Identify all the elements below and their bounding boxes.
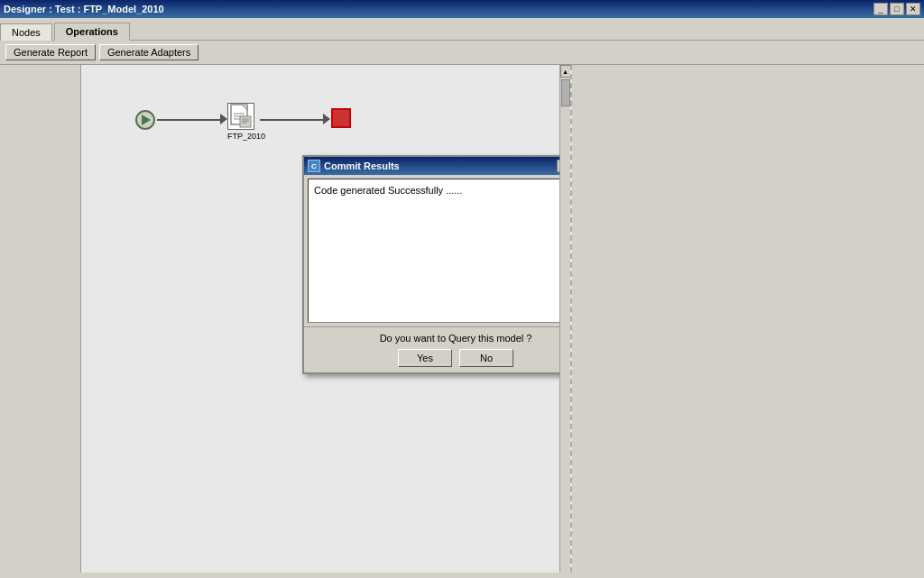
tab-nodes[interactable]: Nodes — [0, 23, 52, 41]
svg-rect-5 — [240, 116, 251, 127]
restore-button[interactable]: □ — [890, 3, 904, 15]
commit-results-dialog: C Commit Results _ □ ✕ Code generated Su… — [302, 155, 572, 374]
ftp-node-svg — [229, 104, 253, 129]
scroll-thumb[interactable] — [561, 79, 570, 106]
node-start[interactable] — [135, 110, 155, 130]
dialog-title-bar: C Commit Results _ □ ✕ — [304, 157, 572, 175]
title-bar: Designer : Test : FTP_Model_2010 _ □ ✕ — [0, 0, 924, 18]
ftp-label: FTP_2010 — [227, 132, 265, 141]
generate-report-button[interactable]: Generate Report — [5, 44, 96, 60]
window-controls: _ □ ✕ — [873, 3, 920, 15]
yes-button[interactable]: Yes — [398, 349, 452, 367]
node-end[interactable] — [331, 108, 351, 128]
dialog-title-text: C Commit Results — [308, 160, 400, 172]
dialog-query-text: Do you want to Query this model ? — [308, 333, 572, 344]
generate-adapters-button[interactable]: Generate Adapters — [99, 44, 199, 60]
arrow-start-to-ftp — [157, 119, 222, 121]
right-panel — [572, 65, 924, 573]
dialog-buttons: Yes No — [308, 349, 572, 367]
window-title: Designer : Test : FTP_Model_2010 — [4, 4, 164, 14]
dialog-content: Code generated Successfully ...... — [308, 179, 572, 323]
scroll-up-arrow[interactable]: ▲ — [560, 65, 571, 78]
start-icon — [142, 115, 151, 125]
ftp-icon — [227, 103, 254, 130]
canvas-scrollbar: ▲ — [559, 65, 570, 573]
left-panel — [0, 65, 81, 573]
dialog-title-icon: C — [308, 160, 320, 172]
node-ftp[interactable]: FTP_2010 — [227, 103, 265, 141]
no-button[interactable]: No — [459, 349, 513, 367]
tab-bar: Nodes Operations — [0, 18, 924, 41]
canvas-area: FTP_2010 C Commit Results _ □ ✕ — [81, 65, 572, 573]
close-button[interactable]: ✕ — [906, 3, 920, 15]
main-area: FTP_2010 C Commit Results _ □ ✕ — [0, 65, 924, 573]
toolbar: Generate Report Generate Adapters — [0, 41, 924, 65]
arrowhead-to-end — [323, 114, 330, 124]
minimize-button[interactable]: _ — [873, 3, 888, 15]
tab-operations[interactable]: Operations — [54, 23, 130, 41]
dialog-footer: Do you want to Query this model ? Yes No — [304, 326, 572, 372]
arrowhead-to-ftp — [220, 114, 227, 124]
dialog-content-text: Code generated Successfully ...... — [314, 185, 462, 196]
arrow-ftp-to-end — [260, 119, 325, 121]
